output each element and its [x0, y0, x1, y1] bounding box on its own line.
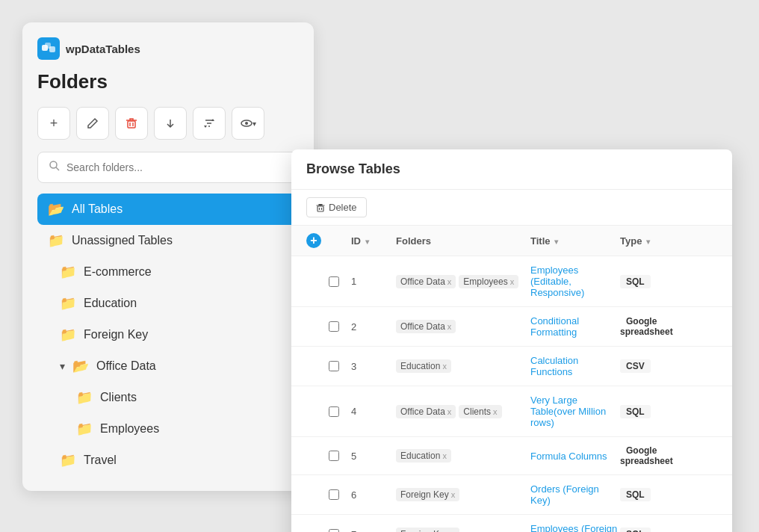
folder-tag: Education x [396, 449, 451, 463]
folder-open-icon: 📂 [72, 358, 89, 374]
folder-item-foreign-key[interactable]: 📁 Foreign Key [37, 319, 299, 350]
folder-icon: 📁 [76, 389, 93, 406]
delete-folder-button[interactable] [115, 107, 148, 140]
row-title[interactable]: Formula Columns [530, 451, 620, 462]
row-checkbox[interactable] [329, 406, 339, 417]
tag-remove[interactable]: x [442, 451, 447, 460]
row-title[interactable]: Conditional Formatting [530, 315, 620, 338]
folder-item-all-tables[interactable]: 📂 All Tables [37, 194, 299, 225]
page-title: Folders [37, 70, 299, 93]
tag-remove[interactable]: x [447, 407, 452, 416]
folder-list: 📂 All Tables 📁 Unassigned Tables 📁 E-com… [37, 194, 299, 476]
row-checkbox-cell[interactable] [329, 451, 351, 461]
folder-tag: Office Data x [396, 405, 456, 418]
row-title[interactable]: Employees (Editable, Responsive) [530, 265, 620, 298]
folder-icon: 📁 [60, 327, 76, 343]
row-folders: Office Data x Employees x [396, 275, 530, 288]
add-row-button[interactable]: + [306, 233, 329, 248]
svg-point-5 [245, 122, 248, 125]
row-id: 1 [351, 276, 396, 287]
folder-label: Foreign Key [84, 328, 148, 341]
row-id: 7 [351, 529, 396, 533]
svg-rect-3 [128, 121, 135, 128]
folder-label: E-commerce [84, 265, 152, 279]
folder-item-travel[interactable]: 📁 Travel [37, 445, 299, 476]
table-row: 5 Education x Formula Columns Google spr… [291, 437, 732, 475]
folder-label: Employees [100, 422, 159, 436]
tag-remove[interactable]: x [493, 407, 498, 416]
row-checkbox[interactable] [329, 276, 339, 287]
folder-label: Clients [100, 391, 137, 404]
folder-icon: 📁 [60, 295, 76, 312]
row-title[interactable]: Calculation Functions [530, 355, 620, 377]
sort-icon-type: ▾ [646, 238, 650, 246]
tag-remove[interactable]: x [442, 362, 447, 371]
view-toggle-button[interactable]: ▾ [232, 107, 264, 140]
row-type: SQL [620, 406, 717, 417]
row-folders: Office Data x Clients x [396, 405, 530, 418]
folder-tag: Foreign Key x [396, 488, 459, 501]
browse-panel-title: Browse Tables [291, 149, 732, 190]
row-checkbox-cell[interactable] [329, 489, 351, 500]
move-down-button[interactable] [154, 107, 187, 140]
folder-item-employees[interactable]: 📁 Employees [37, 413, 299, 445]
search-input[interactable] [66, 161, 288, 173]
row-checkbox[interactable] [329, 361, 339, 371]
col-header-id[interactable]: ID ▾ [351, 235, 396, 247]
folders-panel: wpDataTables Folders + ▾ 📂 All Tables [22, 22, 314, 491]
row-title[interactable]: Employees (Foreign Key) [530, 523, 620, 532]
logo-area: wpDataTables [37, 37, 299, 60]
row-checkbox[interactable] [329, 451, 339, 461]
tag-remove[interactable]: x [447, 277, 452, 286]
folder-icon: 📁 [60, 264, 76, 280]
tag-remove[interactable]: x [510, 277, 515, 286]
bulk-delete-button[interactable]: Delete [306, 197, 367, 217]
row-checkbox[interactable] [329, 529, 339, 532]
row-checkbox[interactable] [329, 489, 339, 500]
row-title[interactable]: Orders (Foreign Key) [530, 483, 620, 506]
row-checkbox-cell[interactable] [329, 321, 351, 332]
sort-icon: ▾ [365, 238, 369, 246]
folder-item-education[interactable]: 📁 Education [37, 288, 299, 319]
table-header: + ID ▾ Folders Title ▾ Type ▾ [291, 226, 732, 256]
tag-remove[interactable]: x [447, 322, 452, 331]
row-id: 5 [351, 451, 396, 462]
table-row: 7 Foreign Key x Employees (Foreign Key) … [291, 515, 732, 532]
row-checkbox-cell[interactable] [329, 529, 351, 532]
edit-folder-button[interactable] [76, 107, 109, 140]
delete-label: Delete [329, 202, 357, 213]
folder-open-icon: 📂 [48, 201, 64, 217]
row-checkbox-cell[interactable] [329, 361, 351, 371]
tag-remove[interactable]: x [451, 490, 456, 499]
row-type: SQL [620, 276, 717, 287]
table-row: 2 Office Data x Conditional Formatting G… [291, 307, 732, 347]
row-type: CSV [620, 361, 717, 371]
sort-icon-title: ▾ [554, 238, 558, 246]
folder-label: All Tables [72, 202, 123, 216]
svg-point-6 [50, 161, 57, 168]
row-folders: Foreign Key x [396, 488, 530, 501]
search-box[interactable] [37, 152, 299, 183]
table-row: 1 Office Data x Employees x Employees (E… [291, 256, 732, 307]
row-checkbox[interactable] [329, 321, 339, 332]
folder-item-clients[interactable]: 📁 Clients [37, 382, 299, 413]
browse-actions: Delete [291, 190, 732, 226]
search-icon [49, 160, 61, 175]
svg-rect-7 [317, 206, 323, 211]
row-checkbox-cell[interactable] [329, 406, 351, 417]
logo-text: wpDataTables [66, 43, 140, 55]
col-header-type[interactable]: Type ▾ [620, 235, 717, 247]
row-checkbox-cell[interactable] [329, 276, 351, 287]
row-id: 3 [351, 361, 396, 372]
row-folders: Education x [396, 359, 530, 373]
folder-tag: Education x [396, 359, 451, 373]
add-folder-button[interactable]: + [37, 107, 70, 140]
folder-tag: Employees x [459, 275, 518, 288]
col-header-title[interactable]: Title ▾ [530, 235, 620, 247]
folder-tag: Foreign Key x [396, 528, 459, 532]
folder-item-office-data[interactable]: ▾ 📂 Office Data [37, 350, 299, 382]
sort-button[interactable] [193, 107, 226, 140]
folder-item-unassigned[interactable]: 📁 Unassigned Tables [37, 225, 299, 256]
folder-item-ecommerce[interactable]: 📁 E-commerce [37, 256, 299, 288]
row-title[interactable]: Very Large Table(over Million rows) [530, 395, 620, 428]
